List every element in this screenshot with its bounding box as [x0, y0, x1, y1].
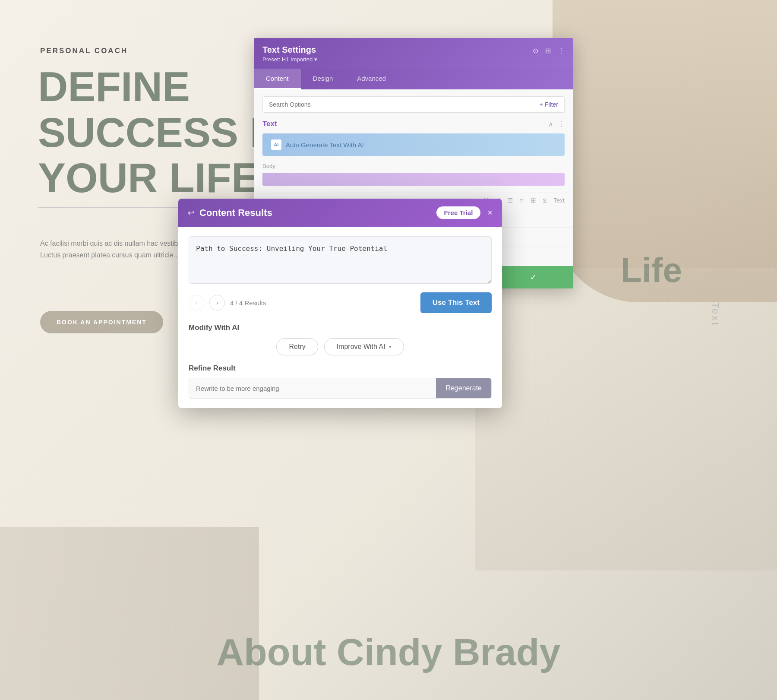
text-section-title: Text [262, 120, 277, 128]
current-result: 4 [230, 299, 234, 307]
tab-design[interactable]: Design [301, 69, 345, 89]
refine-section: Refine Result Regenerate [189, 364, 492, 399]
retry-button[interactable]: Retry [276, 338, 318, 355]
bg-decoration-bottom-right [475, 268, 777, 570]
results-count: 4 / 4 Results [230, 299, 415, 307]
modal-header-left: ↩ Content Results [188, 207, 272, 219]
next-result-button[interactable]: › [209, 295, 225, 310]
right-text-vertical: Text [710, 302, 721, 326]
total-results: 4 [239, 299, 243, 307]
text-section-header: Text ∧ ⋮ [262, 120, 565, 128]
modify-buttons: Retry Improve With AI ▾ [189, 338, 492, 355]
site-headline: DEFINE SUCCESS IN YOUR LIFE [38, 64, 291, 201]
back-icon[interactable]: ↩ [188, 208, 194, 218]
filter-button[interactable]: + Filter [540, 101, 558, 108]
ai-icon: AI [271, 139, 281, 150]
ai-generate-button[interactable]: AI Auto Generate Text With AI [262, 133, 565, 156]
body-label: Body [262, 163, 565, 169]
book-appointment-button[interactable]: BOOK AN APPOINTMENT [40, 311, 163, 333]
regenerate-button[interactable]: Regenerate [436, 378, 491, 398]
text-preview-blur [262, 173, 565, 186]
results-label: Results [244, 299, 266, 307]
text-tab-label: Text [553, 197, 565, 204]
textarea-wrapper: Path to Success: Unveiling Your True Pot… [189, 236, 492, 285]
panel-header: Text Settings Preset: H1 Imported ▾ ⊙ ⊞ … [254, 38, 573, 69]
site-about-text: About Cindy Brady [217, 630, 561, 674]
panel-header-info: Text Settings Preset: H1 Imported ▾ [262, 45, 317, 63]
tab-content[interactable]: Content [254, 69, 301, 89]
modal-title: Content Results [199, 207, 272, 219]
use-this-text-button[interactable]: Use This Text [420, 292, 492, 313]
panel-title: Text Settings [262, 45, 317, 55]
panel-body: + Filter Text ∧ ⋮ AI Auto Generate Text … [254, 89, 573, 193]
panel-tabs: Content Design Advanced [254, 69, 573, 89]
modal-body: Path to Success: Unveiling Your True Pot… [178, 227, 502, 408]
divider-line [38, 207, 198, 208]
improve-with-ai-button[interactable]: Improve With AI ▾ [324, 338, 404, 355]
result-textarea[interactable]: Path to Success: Unveiling Your True Pot… [189, 236, 492, 284]
ai-generate-label: Auto Generate Text With AI [286, 141, 364, 149]
align-center-icon[interactable]: ≡ [520, 197, 524, 204]
content-results-modal: ↩ Content Results Free Trial × Path to S… [178, 199, 502, 408]
close-icon[interactable]: × [487, 208, 493, 218]
site-subtext: Ac facilisi morbi quis ac dis nullam hac… [40, 238, 200, 261]
improve-dropdown-arrow: ▾ [389, 344, 392, 350]
headline-line2: SUCCESS IN [38, 110, 291, 155]
modify-section: Modify With AI Retry Improve With AI ▾ [189, 323, 492, 355]
headline-line3: YOUR LIFE [38, 155, 291, 201]
strikethrough-icon[interactable]: $ [543, 197, 546, 204]
search-options-bar: + Filter [262, 96, 565, 113]
headline-line1: DEFINE [38, 64, 291, 110]
modify-title: Modify With AI [189, 323, 492, 332]
modal-header: ↩ Content Results Free Trial × [178, 199, 502, 227]
refine-input-row: Regenerate [189, 378, 492, 399]
panel-preset[interactable]: Preset: H1 Imported ▾ [262, 56, 317, 63]
prev-result-button[interactable]: ‹ [189, 295, 204, 310]
table-icon[interactable]: ⊞ [531, 196, 536, 204]
text-section-icons: ∧ ⋮ [548, 120, 565, 128]
search-options-input[interactable] [269, 101, 540, 108]
refine-title: Refine Result [189, 364, 492, 373]
more-options-icon[interactable]: ⋮ [558, 47, 565, 55]
align-left-icon[interactable]: ☰ [507, 196, 513, 204]
confirm-button[interactable]: ✓ [493, 266, 573, 288]
section-more-icon[interactable]: ⋮ [558, 120, 565, 128]
free-trial-badge: Free Trial [436, 206, 481, 219]
navigation-row: ‹ › 4 / 4 Results Use This Text [189, 292, 492, 313]
bg-decoration-bottom-left [0, 527, 259, 700]
site-life-text: Life [621, 250, 682, 290]
columns-icon[interactable]: ⊞ [545, 47, 551, 55]
improve-label: Improve With AI [337, 343, 385, 351]
modal-header-right: Free Trial × [436, 206, 493, 219]
refine-input[interactable] [189, 378, 436, 398]
collapse-icon[interactable]: ∧ [548, 120, 553, 128]
panel-header-icons: ⊙ ⊞ ⋮ [533, 47, 565, 55]
target-icon[interactable]: ⊙ [533, 47, 538, 55]
site-personal-coach-label: PERSONAL COACH [40, 47, 128, 55]
tab-advanced[interactable]: Advanced [345, 69, 398, 89]
